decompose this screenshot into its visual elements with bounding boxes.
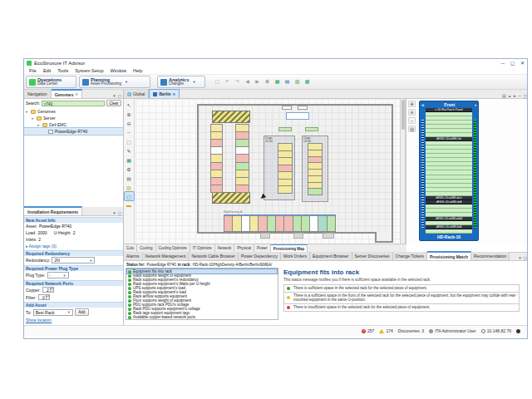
expand-arrow-icon[interactable]: ▾ <box>32 116 35 121</box>
map-rack[interactable] <box>235 185 249 193</box>
menu-edit[interactable]: Edit <box>40 68 54 73</box>
rack-front-view[interactable]: ⊕ Front ▾ x 16 Flat Patch PaneldESXr-10-… <box>419 101 479 241</box>
tree-item-server[interactable]: ▾Server <box>24 115 123 121</box>
panel-menu-icon[interactable]: ▾ <box>113 93 116 98</box>
tab-provisioning-match[interactable]: Provisioning Match <box>427 251 471 260</box>
cage-1[interactable]: Cage 15-32 <box>264 135 295 200</box>
chart-icon[interactable]: ▴ <box>509 93 511 98</box>
mode-button-operations[interactable]: OperationsData Center <box>26 76 76 88</box>
tree-item-poweredge-r740[interactable]: PowerEdge R740 <box>24 128 123 135</box>
map-rack[interactable] <box>210 185 223 193</box>
menu-help[interactable]: Help <box>130 68 145 73</box>
floor-plan-canvas[interactable]: Cage 15-32 Cage 13-30 HighDensity-A <box>135 99 400 244</box>
stepper-arrows-icon[interactable]: ▲▼ <box>50 288 53 292</box>
discoveries-status[interactable]: Discoveries: 3 <box>398 328 424 333</box>
tab-physical[interactable]: Physical <box>234 244 254 252</box>
provision-tool-icon[interactable]: ▢ <box>125 192 134 200</box>
panel-restore-icon[interactable]: ◻ <box>118 210 121 215</box>
select-tool-icon[interactable]: ↖ <box>125 101 134 109</box>
map-rack[interactable] <box>278 185 293 194</box>
panel-restore-icon[interactable]: ◻ <box>524 255 527 260</box>
panel-restore-icon[interactable]: ◻ <box>118 93 121 98</box>
tree-item-genomes[interactable]: ▾Genomes <box>24 108 123 115</box>
menu-system-setup[interactable]: System Setup <box>71 68 106 73</box>
tab-installation-requirements[interactable]: Installation Requirements <box>24 206 82 215</box>
scrollbar-thumb[interactable] <box>401 100 405 130</box>
map-rack[interactable] <box>308 188 323 195</box>
rack-zoom-out-icon[interactable]: ⊖ <box>408 109 416 116</box>
zoom-out-icon[interactable]: ⊖ <box>125 119 134 127</box>
tab-power-dependency[interactable]: Power Dependency <box>239 252 281 260</box>
undo-icon[interactable]: ↶ <box>224 77 231 85</box>
panel-menu-icon[interactable]: ▾ <box>113 210 116 215</box>
mode-button-planning[interactable]: PlanningAsset Provisioning▼ <box>79 76 150 88</box>
copper-stepper[interactable]: 2 ▲▼ <box>42 287 54 293</box>
settings-tool-icon[interactable]: ⚙ <box>125 165 134 173</box>
rack-zoom-icon[interactable]: ⊕ <box>421 103 424 107</box>
save-icon[interactable]: ▢ <box>214 77 221 85</box>
tab-it-optimize[interactable]: IT Optimize <box>190 244 215 252</box>
tab-work-orders[interactable]: Work Orders <box>281 252 310 260</box>
redo-icon[interactable]: ↷ <box>234 77 241 85</box>
panel-menu-icon[interactable]: ▾ <box>519 255 521 260</box>
warning-count[interactable]: 174 <box>379 328 392 333</box>
menu-tools[interactable]: Tools <box>54 68 71 73</box>
tab-network-management[interactable]: Network Management <box>143 252 190 260</box>
layout-icon[interactable]: ▤ <box>502 93 506 98</box>
maximize-button[interactable]: ◻ <box>510 59 515 67</box>
export-icon[interactable]: ▦ <box>273 77 281 85</box>
rack-layout-icon[interactable]: ▤ <box>408 126 416 132</box>
error-count[interactable]: ✕ 257 <box>362 328 374 333</box>
tab-server-discoveries[interactable]: Server Discoveries <box>352 252 393 260</box>
tab-power[interactable]: Power <box>254 244 271 252</box>
restore-panel-icon[interactable]: ◻ <box>524 93 527 98</box>
pin-icon[interactable]: ● <box>513 93 515 98</box>
expand-arrow-icon[interactable]: ▾ <box>26 110 29 114</box>
layers-icon[interactable]: ▩ <box>303 77 311 85</box>
close-button[interactable]: ✕ <box>520 59 525 67</box>
table-icon[interactable]: ▤ <box>283 77 291 85</box>
redundancy-select[interactable]: 2N▼ <box>52 257 95 264</box>
search-input[interactable]: r740 <box>42 101 105 106</box>
minimize-panel-icon[interactable]: ─ <box>518 93 521 98</box>
fit-view-icon[interactable]: ⇔ <box>125 128 134 136</box>
chevron-down-icon[interactable]: ▾ <box>475 103 476 107</box>
back-icon[interactable]: ◀ <box>244 77 251 85</box>
checklist-item-available-copper-based-network-ports[interactable]: ✓Available copper-based network ports <box>127 315 277 319</box>
tab-navigation[interactable]: Navigation <box>24 90 52 98</box>
tab-recommendation[interactable]: Recommendation <box>471 252 510 260</box>
tab-provisioning-map[interactable]: Provisioning Map <box>271 244 308 252</box>
tab-cooling[interactable]: Cooling <box>137 244 155 252</box>
forward-icon[interactable]: ▶ <box>254 77 261 85</box>
show-location-link[interactable]: Show location <box>24 317 123 323</box>
tab-genomes[interactable]: Genomes✕ <box>52 89 82 98</box>
measure-tool-icon[interactable]: ▬ <box>125 201 134 209</box>
report-icon[interactable]: ▥ <box>293 77 301 85</box>
tab-network[interactable]: Network <box>215 244 235 252</box>
tab-berlin[interactable]: Berlin✕ <box>149 89 180 98</box>
tab-change-tickets[interactable]: Change Tickets <box>393 252 427 260</box>
rack-zoom-in-icon[interactable]: ⊕ <box>408 101 416 107</box>
edit-icon[interactable]: ✎ <box>125 146 134 155</box>
mode-button-analytics[interactable]: AnalyticsChanges▼ <box>157 76 205 88</box>
tab-cooling-optimize[interactable]: Cooling Optimize <box>156 244 190 252</box>
monitor-tool-icon[interactable]: ▤ <box>125 174 134 182</box>
assign-tags-link[interactable]: ▸Assign tags (0) <box>24 243 123 249</box>
wrench-icon[interactable]: ⚙ <box>264 77 271 85</box>
print-icon[interactable]: ▢ <box>125 137 134 145</box>
zoom-in-icon[interactable]: ⊕ <box>125 110 134 118</box>
clear-button[interactable]: Clear <box>106 100 121 106</box>
menu-file[interactable]: File <box>26 68 40 73</box>
cage-2[interactable]: Cage 13-30 <box>302 135 328 202</box>
logged-in-user[interactable]: ITA Administrator User <box>429 328 476 333</box>
tree-item-dell-emc[interactable]: ▾Dell EMC <box>24 121 123 128</box>
paint-tool-icon[interactable]: ▧ <box>125 183 134 191</box>
tab-network-cable-browser[interactable]: Network Cable Browser <box>189 252 239 260</box>
stepper-arrows-icon[interactable]: ▲▼ <box>46 295 49 299</box>
rack-tool-icon[interactable]: ▦ <box>125 155 134 164</box>
plug-type-select[interactable]: -▼ <box>47 272 69 278</box>
tab-global[interactable]: Global <box>124 90 149 98</box>
tab-alarms[interactable]: Alarms <box>124 252 143 260</box>
fiber-stepper[interactable]: 0 ▲▼ <box>38 294 50 300</box>
map-vertical-scrollbar[interactable] <box>400 99 406 244</box>
